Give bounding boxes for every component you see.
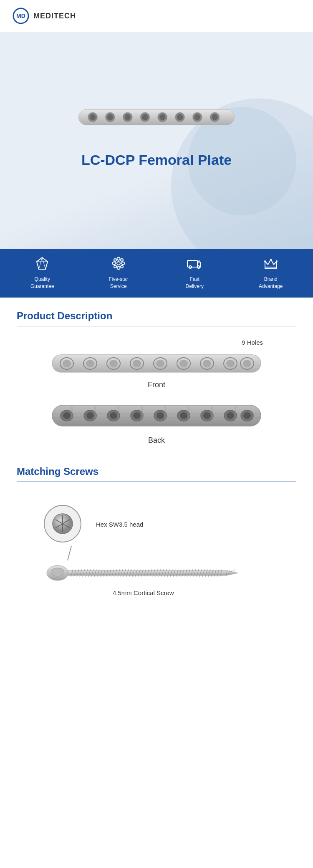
product-title: LC-DCP Femoral Plate xyxy=(81,152,232,168)
svg-point-24 xyxy=(117,257,120,260)
svg-point-78 xyxy=(243,412,251,419)
fivestar-label: Five-starService xyxy=(109,276,128,290)
screw-head-circle xyxy=(42,503,83,545)
svg-text:MD: MD xyxy=(16,13,25,19)
svg-point-8 xyxy=(125,114,131,120)
svg-point-25 xyxy=(117,267,120,270)
svg-rect-83 xyxy=(164,406,166,426)
svg-point-23 xyxy=(117,262,120,265)
svg-point-53 xyxy=(203,360,211,367)
svg-point-62 xyxy=(63,412,71,419)
front-plate-svg xyxy=(50,351,263,376)
hero-plate-svg xyxy=(69,100,244,134)
svg-point-36 xyxy=(264,260,266,262)
quality-icon xyxy=(35,256,49,273)
svg-rect-94 xyxy=(68,570,226,575)
svg-point-57 xyxy=(243,360,251,367)
delivery-icon xyxy=(187,256,202,273)
svg-point-16 xyxy=(194,114,200,120)
svg-point-30 xyxy=(114,265,116,268)
svg-point-70 xyxy=(156,412,164,419)
svg-rect-79 xyxy=(71,406,73,426)
svg-point-31 xyxy=(121,265,123,268)
svg-point-74 xyxy=(203,412,211,419)
feature-delivery: FastDelivery xyxy=(156,256,233,290)
svg-point-45 xyxy=(109,360,118,367)
svg-point-41 xyxy=(63,360,71,367)
holes-label: 9 Holes xyxy=(242,339,263,346)
feature-fivestar: Five-starService xyxy=(81,256,157,290)
svg-rect-35 xyxy=(265,267,277,269)
svg-point-12 xyxy=(159,114,165,120)
svg-point-4 xyxy=(90,114,96,120)
svg-point-93 xyxy=(51,568,64,576)
fivestar-icon xyxy=(111,256,126,273)
back-plate-svg xyxy=(50,402,263,432)
svg-point-55 xyxy=(226,360,235,367)
hero-section: LC-DCP Femoral Plate xyxy=(0,32,313,249)
svg-rect-85 xyxy=(211,406,213,426)
brand-label: BrandAdvantage xyxy=(259,276,283,290)
matching-screws-section: Matching Screws xyxy=(0,462,313,621)
back-label: Back xyxy=(148,436,165,445)
svg-point-18 xyxy=(212,114,217,120)
svg-point-51 xyxy=(179,360,188,367)
brand-icon xyxy=(264,256,278,273)
front-label: Front xyxy=(148,381,165,389)
svg-point-76 xyxy=(227,412,234,419)
header: MD MEDITECH xyxy=(0,0,313,32)
svg-point-68 xyxy=(133,412,141,419)
svg-point-38 xyxy=(276,260,278,262)
product-description-title: Product Description xyxy=(17,310,296,326)
svg-rect-84 xyxy=(188,406,189,426)
feature-brand: BrandAdvantage xyxy=(233,256,309,290)
svg-rect-80 xyxy=(94,406,96,426)
svg-point-26 xyxy=(112,262,115,265)
screw1-label: Hex SW3.5 head xyxy=(96,521,143,528)
brand-name: MEDITECH xyxy=(33,12,76,20)
quality-label: QualityGuarantee xyxy=(30,276,54,290)
svg-rect-86 xyxy=(235,406,236,426)
matching-screws-title: Matching Screws xyxy=(17,466,296,482)
logo-icon: MD xyxy=(13,8,29,24)
svg-point-10 xyxy=(142,114,148,120)
svg-point-28 xyxy=(114,259,116,261)
svg-point-37 xyxy=(270,259,272,260)
feature-quality: QualityGuarantee xyxy=(4,256,81,290)
svg-point-47 xyxy=(133,360,141,367)
svg-point-14 xyxy=(177,114,183,120)
svg-point-27 xyxy=(121,262,124,265)
hero-product-image xyxy=(69,100,244,135)
svg-rect-32 xyxy=(187,260,197,267)
svg-rect-81 xyxy=(118,406,119,426)
svg-point-72 xyxy=(180,412,187,419)
product-description-section: Product Description 9 Holes xyxy=(0,298,313,462)
svg-point-43 xyxy=(86,360,94,367)
svg-point-29 xyxy=(121,259,123,261)
svg-point-66 xyxy=(110,412,117,419)
features-bar: QualityGuarantee Five-starService xyxy=(0,249,313,298)
svg-rect-82 xyxy=(141,406,143,426)
delivery-label: FastDelivery xyxy=(186,276,204,290)
svg-point-6 xyxy=(107,114,113,120)
cortical-screw-svg xyxy=(46,563,255,586)
svg-point-64 xyxy=(86,412,94,419)
svg-point-49 xyxy=(156,360,164,367)
screw2-label: 4.5mm Cortical Screw xyxy=(113,589,174,596)
